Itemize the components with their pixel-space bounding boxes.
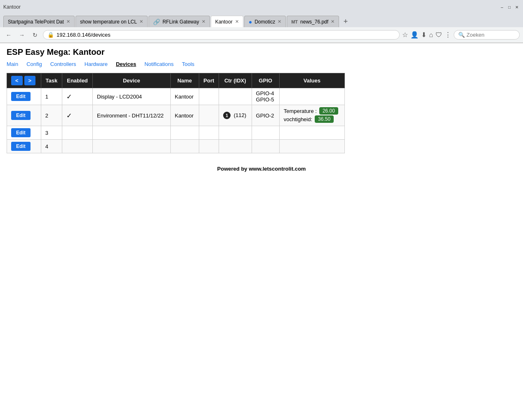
- row2-task: 2: [41, 105, 62, 126]
- next-page-button[interactable]: >: [24, 76, 36, 85]
- tab-label: RFLink Gateway: [163, 19, 199, 25]
- back-button[interactable]: ←: [3, 30, 14, 40]
- window-controls: – □ ✕: [499, 4, 520, 10]
- prev-page-button[interactable]: <: [11, 76, 23, 85]
- table-row: Edit 3: [7, 126, 345, 140]
- th-ctr-idx: Ctr (IDX): [219, 73, 252, 88]
- row3-enabled: [62, 126, 93, 140]
- row1-task: 1: [41, 88, 62, 105]
- tab-close-startpagina[interactable]: ✕: [66, 19, 70, 24]
- row1-gpio: GPIO-4GPIO-5: [252, 88, 279, 105]
- tab-label: Domoticz: [254, 19, 275, 25]
- tab-rflink[interactable]: 🔗 RFLink Gateway ✕: [148, 16, 210, 27]
- row4-device: [92, 140, 170, 153]
- account-icon[interactable]: 👤: [410, 31, 419, 39]
- temperature-value: 26.00: [319, 107, 338, 115]
- nav-tools[interactable]: Tools: [182, 61, 194, 67]
- footer-text: Powered by www.letscontrolit.com: [217, 166, 306, 172]
- th-task: Task: [41, 73, 62, 88]
- row2-ctr-idx: 1 (112): [219, 105, 252, 126]
- row3-name: [170, 126, 199, 140]
- humidity-label: vochtigheid:: [284, 116, 312, 122]
- temperature-label: Temperature :: [284, 108, 317, 114]
- tab-startpagina[interactable]: Startpagina TelePoint Dat ✕: [3, 16, 75, 27]
- menu-icon[interactable]: ⋮: [445, 31, 451, 39]
- th-port: Port: [199, 73, 219, 88]
- row4-name: [170, 140, 199, 153]
- nav-hardware[interactable]: Hardware: [85, 61, 108, 67]
- th-actions: < >: [7, 73, 41, 88]
- row4-ctr-idx: [219, 140, 252, 153]
- nav-menu: Main Config Controllers Hardware Devices…: [7, 61, 516, 67]
- shield-icon[interactable]: 🛡: [436, 31, 442, 39]
- download-icon[interactable]: ⬇: [421, 31, 426, 39]
- row4-enabled: [62, 140, 93, 153]
- new-tab-button[interactable]: +: [340, 16, 351, 27]
- value-row-temperature: Temperature : 26.00: [284, 107, 340, 115]
- edit-button-3[interactable]: Edit: [11, 128, 31, 137]
- nav-main[interactable]: Main: [7, 61, 18, 67]
- rflink-icon: 🔗: [153, 19, 160, 25]
- tab-close-news[interactable]: ✕: [331, 19, 335, 24]
- th-name: Name: [170, 73, 199, 88]
- tab-kantoor[interactable]: Kantoor ✕: [211, 16, 243, 27]
- tab-close-kantoor[interactable]: ✕: [235, 19, 239, 24]
- page-title: ESP Easy Mega: Kantoor: [7, 47, 516, 57]
- row1-port: [199, 88, 219, 105]
- tab-label: Kantoor: [215, 19, 233, 25]
- close-button[interactable]: ✕: [514, 4, 520, 10]
- row4-values: [279, 140, 344, 153]
- reload-button[interactable]: ↻: [30, 30, 40, 40]
- tab-label: show temperature on LCL: [80, 19, 137, 25]
- tab-show-temperature[interactable]: show temperature on LCL ✕: [75, 16, 148, 27]
- table-row: Edit 2 ✓ Environment - DHT11/12/22 Kanto…: [7, 105, 345, 126]
- row2-edit-cell: Edit: [7, 105, 41, 126]
- row3-values: [279, 126, 344, 140]
- row1-enabled: ✓: [62, 88, 93, 105]
- tab-label: news_76.pdf: [300, 19, 328, 25]
- bookmark-icon[interactable]: ☆: [402, 31, 408, 39]
- forward-button[interactable]: →: [16, 30, 27, 40]
- ctr-idx-2: (112): [234, 112, 246, 118]
- search-icon: 🔍: [458, 32, 465, 38]
- row4-gpio: [252, 140, 279, 153]
- lock-icon: 🔒: [47, 32, 54, 38]
- row3-ctr-idx: [219, 126, 252, 140]
- row3-port: [199, 126, 219, 140]
- search-bar: 🔍: [454, 30, 520, 40]
- edit-button-2[interactable]: Edit: [11, 111, 31, 120]
- home-icon[interactable]: ⌂: [429, 31, 433, 39]
- row3-task: 3: [41, 126, 62, 140]
- domoticz-icon: ●: [249, 19, 252, 25]
- row1-values: [279, 88, 344, 105]
- device-table: < > Task Enabled Device Name Port Ctr (I…: [7, 73, 345, 153]
- enabled-checkmark-2: ✓: [66, 112, 72, 119]
- tab-close-temperature[interactable]: ✕: [139, 19, 143, 24]
- humidity-value: 36.50: [315, 115, 334, 123]
- row3-edit-cell: Edit: [7, 126, 41, 140]
- enabled-checkmark-1: ✓: [66, 93, 72, 100]
- nav-devices[interactable]: Devices: [116, 61, 136, 67]
- url-input[interactable]: [57, 32, 395, 38]
- edit-button-4[interactable]: Edit: [11, 142, 31, 151]
- nav-controllers[interactable]: Controllers: [50, 61, 76, 67]
- row2-port: [199, 105, 219, 126]
- tab-close-rflink[interactable]: ✕: [202, 19, 205, 24]
- row2-name: Kantoor: [170, 105, 199, 126]
- nav-config[interactable]: Config: [26, 61, 42, 67]
- tab-news[interactable]: MT news_76.pdf ✕: [287, 16, 339, 27]
- nav-notifications[interactable]: Notifications: [144, 61, 174, 67]
- tab-close-domoticz[interactable]: ✕: [278, 19, 281, 24]
- ctr-icon-2: 1: [223, 112, 231, 119]
- row4-port: [199, 140, 219, 153]
- search-input[interactable]: [466, 32, 515, 38]
- th-enabled: Enabled: [62, 73, 93, 88]
- tab-domoticz[interactable]: ● Domoticz ✕: [244, 16, 286, 27]
- edit-button-1[interactable]: Edit: [11, 92, 31, 101]
- minimize-button[interactable]: –: [499, 4, 505, 10]
- row2-enabled: ✓: [62, 105, 93, 126]
- tab-label: Startpagina TelePoint Dat: [8, 19, 64, 25]
- table-row: Edit 4: [7, 140, 345, 153]
- row1-edit-cell: Edit: [7, 88, 41, 105]
- maximize-button[interactable]: □: [507, 4, 512, 10]
